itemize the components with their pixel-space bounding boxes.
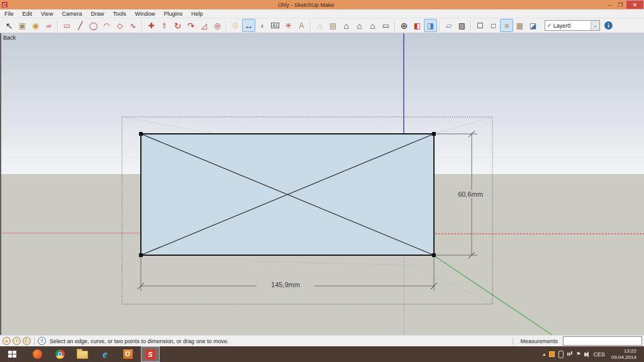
protractor-tool[interactable]: ◖ [255, 19, 269, 32]
dimension-tool-icon: ↔ [245, 21, 253, 30]
right-view[interactable]: ⌂ [353, 19, 366, 32]
model-rectangle[interactable] [139, 132, 436, 257]
eraser-tool-icon: ▰ [46, 22, 52, 30]
menu-item-camera[interactable]: Camera [57, 11, 86, 17]
section-plane-tool-icon: ⊕ [401, 21, 408, 30]
taskbar-sketchup[interactable]: S [141, 346, 160, 362]
paint-bucket-tool[interactable]: ◉ [29, 19, 42, 32]
iso-view[interactable]: ⌂ [313, 19, 326, 32]
back-view-icon: ▭ [382, 22, 389, 30]
freehand-tool[interactable]: ∿ [126, 19, 140, 32]
shaded-textures-style[interactable]: ▩ [513, 19, 526, 32]
origin-tray-icon[interactable] [549, 351, 555, 357]
menu-item-draw[interactable]: Draw [86, 11, 108, 17]
tape-measure-tool-icon: ☉ [232, 22, 239, 30]
volume-tray-icon[interactable] [584, 353, 586, 356]
sketchup-logo-icon [2, 2, 8, 8]
taskbar-chrome[interactable] [50, 346, 69, 362]
action-center-flag-icon[interactable]: ⚑ [576, 352, 580, 357]
signin-icon[interactable]: ☾ [23, 337, 31, 345]
hidden-line-style[interactable]: □ [487, 19, 500, 32]
minimize-button[interactable]: – [604, 0, 615, 9]
front-view[interactable]: ⌂ [340, 19, 353, 32]
offset-tool-icon: ◎ [214, 22, 220, 30]
push-pull-tool[interactable]: ⇧ [158, 19, 171, 32]
dimension-width-label[interactable]: 145,9mm [257, 281, 314, 288]
model-geometry[interactable] [1, 33, 644, 335]
top-view[interactable]: ▤ [326, 19, 340, 32]
chevron-down-icon[interactable]: ⌄ [591, 21, 599, 30]
chrome-icon [55, 349, 65, 359]
start-button[interactable] [0, 346, 24, 362]
3d-text-tool[interactable]: A [295, 19, 308, 32]
tape-measure-tool[interactable]: ☉ [229, 19, 242, 32]
phone-tray-icon[interactable] [558, 351, 564, 358]
section-plane-tool[interactable]: ⊕ [397, 19, 411, 32]
status-icons: •↑☾ [3, 337, 31, 345]
shaded-style[interactable]: ■ [500, 19, 513, 32]
menu-item-view[interactable]: View [36, 11, 57, 17]
ie-icon: e [103, 349, 108, 359]
line-tool[interactable]: ╱ [74, 19, 87, 32]
select-tool-icon: ↖ [6, 21, 13, 30]
toolbar-separator [310, 20, 311, 31]
make-component-tool[interactable]: ▣ [16, 19, 29, 32]
restore-button[interactable]: ❐ [615, 0, 626, 9]
menu-item-plugins[interactable]: Plugins [159, 11, 187, 17]
move-tool[interactable]: ✚ [145, 19, 158, 32]
help-icon[interactable]: ? [38, 337, 46, 345]
credit-icon[interactable]: ↑ [13, 337, 21, 345]
rectangle-tool[interactable]: ▭ [60, 19, 74, 32]
layer-info-icon[interactable]: i [604, 21, 613, 30]
left-view-icon: ⌂ [370, 21, 375, 30]
text-tool[interactable]: A1 [269, 19, 282, 32]
show-hidden-icons-icon[interactable]: ▴ [543, 352, 545, 357]
rotate-tool[interactable]: ↻ [171, 19, 184, 32]
axes-tool[interactable]: ✳ [282, 19, 295, 32]
polygon-tool[interactable]: ◇ [113, 19, 126, 32]
circle-tool[interactable]: ◯ [87, 19, 100, 32]
network-tray-icon[interactable] [567, 353, 569, 356]
close-button[interactable]: ✕ [626, 0, 644, 9]
eraser-tool[interactable]: ▰ [42, 19, 55, 32]
dimension-tool[interactable]: ↔ [242, 19, 255, 32]
drawing-viewport[interactable]: Back 145,9mm 60,6mm [0, 33, 644, 335]
taskbar-outlook[interactable]: O [118, 346, 137, 362]
layer-dropdown[interactable]: ✓ Layer0 ⌄ [545, 20, 600, 31]
monochrome-style[interactable]: ◪ [526, 19, 540, 32]
taskbar-clock[interactable]: 13:22 09.04.2014 [611, 348, 636, 361]
wireframe-style[interactable]: ☐ [474, 19, 487, 32]
xray-style[interactable]: ▱ [442, 19, 455, 32]
display-section-planes-toggle[interactable]: ◧ [411, 19, 424, 32]
taskbar-file-explorer[interactable] [73, 346, 92, 362]
scale-tool[interactable]: ◿ [197, 19, 211, 32]
back-view[interactable]: ▭ [379, 19, 392, 32]
sketchup-icon: S [145, 349, 155, 359]
offset-tool[interactable]: ◎ [211, 19, 224, 32]
back-edges-style[interactable]: ▨ [455, 19, 469, 32]
xray-style-icon: ▱ [446, 22, 452, 30]
arc-tool-icon: ◠ [103, 22, 109, 30]
follow-me-tool[interactable]: ↷ [184, 19, 197, 32]
language-indicator[interactable]: CES [593, 351, 605, 358]
menu-item-help[interactable]: Help [187, 11, 208, 17]
arc-tool[interactable]: ◠ [100, 19, 113, 32]
menu-item-tools[interactable]: Tools [108, 11, 130, 17]
push-pull-tool-icon: ⇧ [161, 22, 167, 30]
scale-tool-icon: ◿ [201, 22, 207, 30]
menu-item-file[interactable]: File [0, 11, 18, 17]
taskbar-internet-explorer[interactable]: e [96, 346, 114, 362]
layer-visible-check-icon: ✓ [545, 23, 553, 28]
menu-item-window[interactable]: Window [130, 11, 159, 17]
geolocation-icon[interactable]: • [3, 337, 11, 345]
select-tool[interactable]: ↖ [3, 19, 16, 32]
display-section-cuts-toggle[interactable]: ◨ [424, 19, 437, 32]
dimension-height-label[interactable]: 60,6mm [452, 190, 489, 198]
toolbar-separator [439, 20, 440, 31]
measurements-input[interactable] [563, 336, 642, 346]
clock-time: 13:22 [624, 348, 636, 354]
wireframe-style-icon: ☐ [477, 22, 484, 30]
taskbar-origin[interactable] [28, 346, 47, 362]
left-view[interactable]: ⌂ [366, 19, 379, 32]
menu-item-edit[interactable]: Edit [18, 11, 37, 17]
